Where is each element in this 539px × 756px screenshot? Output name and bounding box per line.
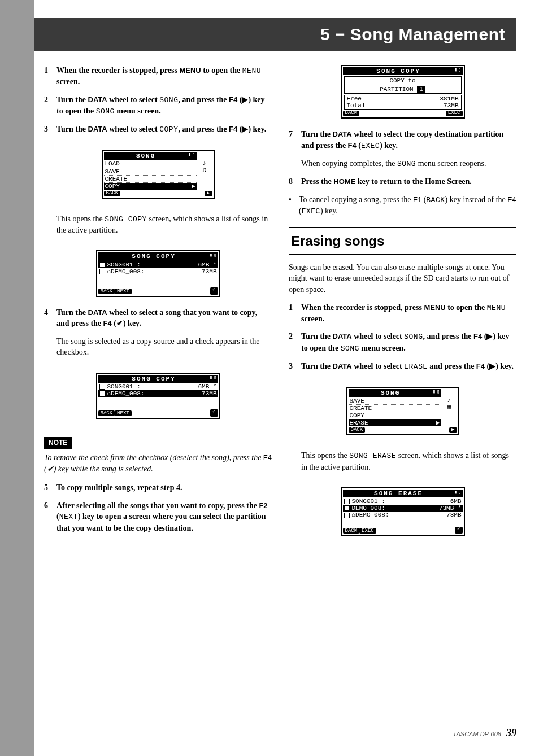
step-5: 5 To copy multiple songs, repeat step 4. bbox=[44, 482, 272, 493]
step-text: Press the HOME key to return to the Home… bbox=[301, 176, 516, 187]
step-1: 1 When the recorder is stopped, press ME… bbox=[44, 65, 272, 88]
erase-step-2: 2 Turn the DATA wheel to select SONG, an… bbox=[289, 331, 516, 353]
chapter-header: 5 − Song Management bbox=[34, 18, 516, 51]
step-number: 5 bbox=[44, 482, 56, 493]
note-text: To remove the check from the checkbox (d… bbox=[44, 452, 272, 474]
lcd-song-copy-1: SONG COPY▮▯ SONG001 :6MB * ⌂DEMO_008:73M… bbox=[44, 242, 272, 307]
checkbox-icon bbox=[344, 499, 350, 504]
step-number: 7 bbox=[289, 129, 301, 151]
check-icon: ✓ bbox=[210, 287, 218, 295]
step-8: 8 Press the HOME key to return to the Ho… bbox=[289, 176, 516, 187]
lcd-song-copy-2: SONG COPY▮▯ SONG001 :6MB * ⌂DEMO_008:73M… bbox=[44, 365, 272, 429]
step-text: Turn the DATA wheel to select COPY, and … bbox=[56, 124, 272, 135]
step-7: 7 Turn the DATA wheel to select the copy… bbox=[289, 129, 516, 151]
play-icon: ▶ bbox=[205, 191, 212, 196]
paragraph: When copying completes, the SONG menu sc… bbox=[301, 158, 516, 169]
checkbox-icon bbox=[99, 269, 105, 274]
bullet-text: To cancel copying a song, press the F1 (… bbox=[299, 194, 516, 217]
step-number: 4 bbox=[44, 307, 56, 329]
paragraph: The song is selected as a copy source an… bbox=[56, 336, 272, 358]
step-text: Turn the DATA wheel to select SONG, and … bbox=[301, 331, 516, 353]
erase-step-3: 3 Turn the DATA wheel to select ERASE an… bbox=[289, 361, 516, 372]
right-column: SONG COPY▮▯ COPY to PARTITION 1 Free Tot… bbox=[289, 65, 516, 546]
step-4: 4 Turn the DATA wheel to select a song t… bbox=[44, 307, 272, 329]
footer-brand: TASCAM DP-008 bbox=[453, 731, 501, 737]
checkbox-icon bbox=[99, 262, 105, 268]
checkbox-checked-icon bbox=[99, 391, 105, 396]
paragraph: This opens the SONG COPY screen, which s… bbox=[56, 213, 272, 236]
section-heading-erasing: Erasing songs bbox=[289, 227, 516, 255]
bullet-icon: • bbox=[289, 194, 299, 217]
step-number: 3 bbox=[289, 361, 301, 372]
bullet-cancel-copy: • To cancel copying a song, press the F1… bbox=[289, 194, 516, 217]
step-number: 3 bbox=[44, 124, 56, 135]
step-text: To copy multiple songs, repeat step 4. bbox=[56, 482, 272, 493]
checkbox-icon bbox=[344, 505, 350, 511]
step-number: 2 bbox=[44, 94, 56, 117]
music-note-icon: ♪▦ bbox=[441, 389, 457, 426]
chapter-title: 5 − Song Management bbox=[320, 23, 505, 46]
page-content: 1 When the recorder is stopped, press ME… bbox=[44, 65, 516, 546]
step-text: Turn the DATA wheel to select ERASE and … bbox=[301, 361, 516, 372]
music-note-icon: ♪♫ bbox=[197, 152, 212, 189]
intro-paragraph: Songs can be erased. You can also erase … bbox=[289, 262, 516, 295]
battery-icon: ▮▯ bbox=[454, 490, 463, 496]
play-icon: ▶ bbox=[449, 427, 457, 433]
battery-icon: ▮▯ bbox=[210, 375, 218, 381]
step-text: Turn the DATA wheel to select SONG, and … bbox=[56, 94, 272, 117]
step-text: Turn the DATA wheel to select a song tha… bbox=[56, 307, 272, 329]
lcd-song-menu-erase: SONG▮▯ SAVE CREATE COPY ERASE▶ ♪▦ BACK ▶ bbox=[289, 379, 516, 445]
erase-step-1: 1 When the recorder is stopped, press ME… bbox=[289, 302, 516, 325]
left-column: 1 When the recorder is stopped, press ME… bbox=[44, 65, 272, 546]
page-number: 39 bbox=[506, 727, 516, 738]
lcd-copy-destination: SONG COPY▮▯ COPY to PARTITION 1 Free Tot… bbox=[289, 65, 516, 129]
step-6: 6 After selecting all the songs that you… bbox=[44, 500, 272, 534]
paragraph: This opens the SONG ERASE screen, which … bbox=[301, 450, 516, 473]
step-number: 8 bbox=[289, 176, 301, 187]
check-icon: ✓ bbox=[455, 527, 462, 534]
step-text: Turn the DATA wheel to select the copy d… bbox=[301, 129, 516, 151]
step-number: 1 bbox=[289, 302, 301, 325]
left-margin-band bbox=[0, 0, 34, 756]
step-text: When the recorder is stopped, press MENU… bbox=[301, 302, 516, 325]
step-number: 6 bbox=[44, 500, 56, 534]
step-number: 2 bbox=[289, 331, 301, 353]
step-2: 2 Turn the DATA wheel to select SONG, an… bbox=[44, 94, 272, 117]
step-3: 3 Turn the DATA wheel to select COPY, an… bbox=[44, 124, 272, 135]
battery-icon: ▮▯ bbox=[454, 68, 463, 73]
step-text: After selecting all the songs that you w… bbox=[56, 500, 272, 534]
check-icon: ✓ bbox=[210, 409, 218, 417]
note-label: NOTE bbox=[44, 437, 72, 449]
step-number: 1 bbox=[44, 65, 56, 88]
step-text: When the recorder is stopped, press MENU… bbox=[56, 65, 272, 88]
lcd-song-erase: SONG ERASE▮▯ SONG001 :6MB DEMO_008:73MB … bbox=[289, 479, 516, 546]
checkbox-icon bbox=[99, 384, 105, 390]
battery-icon: ▮▯ bbox=[188, 152, 197, 158]
checkbox-icon bbox=[344, 513, 350, 518]
lcd-song-menu: SONG▮▯ LOAD SAVE CREATE COPY▶ ♪♫ BACK ▶ bbox=[44, 142, 272, 208]
page-footer: TASCAM DP-008 39 bbox=[453, 726, 516, 740]
battery-icon: ▮▯ bbox=[210, 253, 218, 259]
battery-icon: ▮▯ bbox=[433, 390, 441, 395]
